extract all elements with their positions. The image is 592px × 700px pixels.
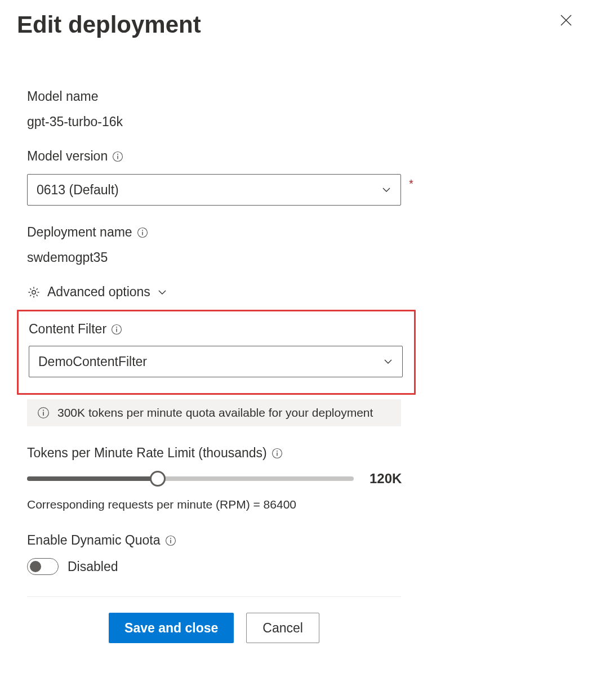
chevron-down-icon bbox=[157, 287, 167, 297]
content-filter-selected: DemoContentFilter bbox=[38, 354, 147, 369]
info-icon[interactable] bbox=[271, 448, 283, 459]
model-version-label: Model version bbox=[27, 149, 108, 164]
dynamic-quota-toggle[interactable] bbox=[27, 558, 59, 575]
svg-rect-12 bbox=[43, 412, 44, 416]
page-title: Edit deployment bbox=[17, 11, 201, 38]
svg-point-6 bbox=[32, 290, 35, 293]
content-filter-highlight: Content Filter DemoContentFilter bbox=[17, 310, 416, 395]
required-mark: * bbox=[409, 177, 413, 190]
dynamic-quota-state: Disabled bbox=[68, 559, 118, 574]
info-icon[interactable] bbox=[111, 324, 122, 335]
model-version-select[interactable]: 0613 (Default) bbox=[27, 174, 401, 206]
svg-point-14 bbox=[277, 451, 278, 452]
rate-limit-label: Tokens per Minute Rate Limit (thousands) bbox=[27, 445, 267, 461]
content-filter-label: Content Filter bbox=[29, 322, 106, 337]
slider-thumb[interactable] bbox=[150, 471, 166, 487]
svg-rect-18 bbox=[170, 540, 171, 543]
svg-point-4 bbox=[142, 230, 143, 231]
advanced-options-toggle[interactable]: Advanced options bbox=[27, 284, 575, 300]
model-name-value: gpt-35-turbo-16k bbox=[27, 114, 575, 130]
save-button[interactable]: Save and close bbox=[109, 613, 234, 643]
rate-limit-value: 120K bbox=[370, 471, 402, 487]
info-icon bbox=[37, 407, 50, 419]
cancel-button[interactable]: Cancel bbox=[246, 613, 319, 643]
advanced-options-label: Advanced options bbox=[47, 284, 150, 300]
gear-icon bbox=[27, 286, 41, 299]
deployment-name-value: swdemogpt35 bbox=[27, 250, 575, 265]
svg-point-17 bbox=[170, 538, 171, 539]
svg-point-11 bbox=[43, 410, 44, 411]
model-name-label: Model name bbox=[27, 89, 575, 104]
content-filter-select[interactable]: DemoContentFilter bbox=[29, 346, 403, 377]
dynamic-quota-label: Enable Dynamic Quota bbox=[27, 533, 161, 548]
model-version-selected: 0613 (Default) bbox=[37, 182, 119, 198]
info-icon[interactable] bbox=[165, 535, 176, 546]
quota-notice-text: 300K tokens per minute quota available f… bbox=[57, 406, 373, 420]
svg-rect-2 bbox=[117, 155, 118, 159]
chevron-down-icon bbox=[381, 185, 391, 195]
rate-limit-slider[interactable] bbox=[27, 476, 354, 481]
info-icon[interactable] bbox=[137, 227, 148, 238]
toggle-knob bbox=[30, 561, 41, 572]
slider-fill bbox=[27, 476, 158, 481]
close-icon[interactable] bbox=[557, 11, 575, 29]
svg-point-8 bbox=[116, 327, 117, 328]
svg-rect-9 bbox=[116, 328, 117, 332]
svg-point-1 bbox=[117, 154, 118, 155]
divider bbox=[27, 596, 401, 597]
rpm-text: Corresponding requests per minute (RPM) … bbox=[27, 498, 575, 511]
chevron-down-icon bbox=[383, 356, 393, 367]
info-icon[interactable] bbox=[112, 151, 123, 162]
svg-rect-15 bbox=[277, 452, 278, 456]
svg-rect-5 bbox=[142, 231, 143, 235]
quota-notice: 300K tokens per minute quota available f… bbox=[27, 399, 401, 426]
deployment-name-label: Deployment name bbox=[27, 225, 132, 240]
